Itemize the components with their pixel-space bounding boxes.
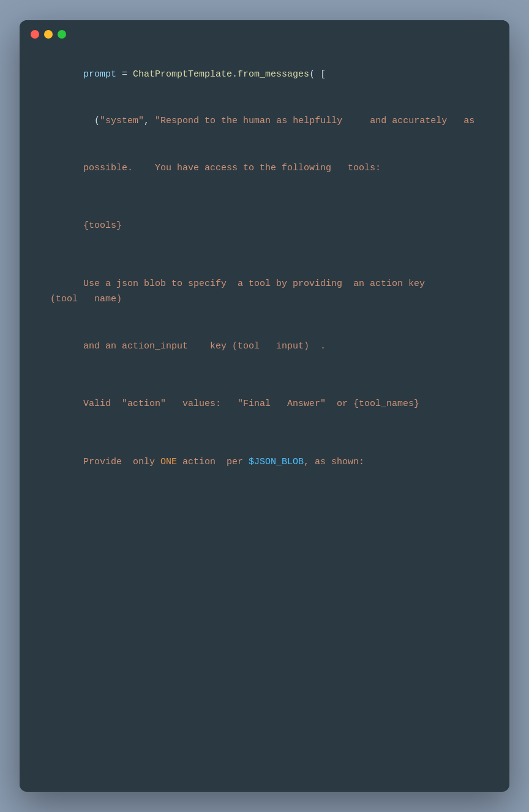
code-line: Provide only ONE action per $JSON_BLOB, … <box>50 438 479 486</box>
code-line: ("system", "Respond to the human as help… <box>50 98 479 145</box>
close-button[interactable] <box>31 30 39 39</box>
code-line: Valid "action" values: "Final Answer" or… <box>50 381 479 428</box>
blank-line <box>50 370 479 381</box>
code-content: prompt = ChatPromptTemplate.from_message… <box>20 45 509 521</box>
code-line: and an action_input key (tool input) . <box>50 323 479 370</box>
title-bar <box>20 20 509 45</box>
code-line: prompt = ChatPromptTemplate.from_message… <box>50 51 479 98</box>
minimize-button[interactable] <box>44 30 53 39</box>
code-line: {tools} <box>50 203 479 250</box>
blank-line <box>50 192 479 203</box>
maximize-button[interactable] <box>58 30 66 39</box>
blank-line <box>50 427 479 438</box>
blank-line <box>50 249 479 260</box>
code-window: prompt = ChatPromptTemplate.from_message… <box>20 20 509 792</box>
code-line: Use a json blob to specify a tool by pro… <box>50 260 479 323</box>
code-line: possible. You have access to the followi… <box>50 145 479 192</box>
blank-line <box>50 486 479 497</box>
